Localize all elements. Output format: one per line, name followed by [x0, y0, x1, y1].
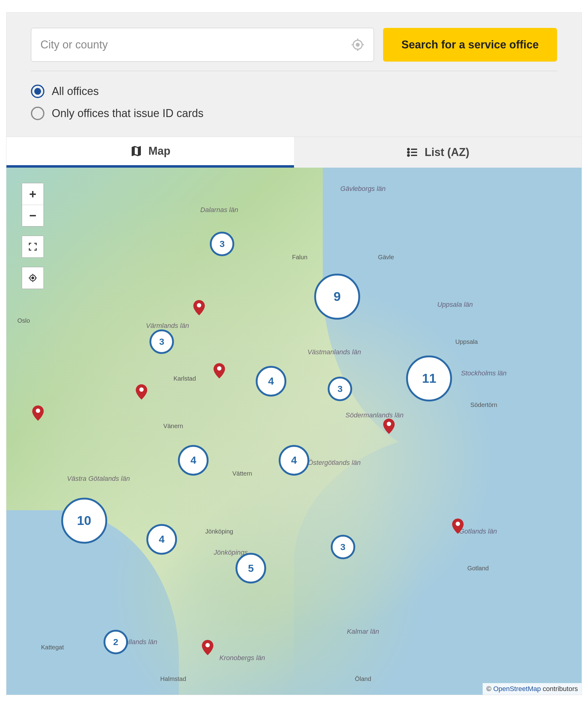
svg-point-24	[456, 522, 460, 526]
tab-map[interactable]: Map	[6, 137, 294, 168]
search-row: Search for a service office	[6, 13, 582, 71]
map-cluster[interactable]: 3	[149, 329, 174, 354]
svg-point-1	[356, 43, 359, 46]
map-pin[interactable]	[383, 419, 395, 434]
filter-label: All offices	[52, 85, 99, 98]
search-button[interactable]: Search for a service office	[383, 28, 557, 62]
map-attribution: © OpenStreetMap contributors	[483, 683, 582, 695]
service-office-finder: Search for a service office All offices …	[6, 12, 582, 695]
svg-point-6	[135, 147, 137, 149]
map-cluster[interactable]: 4	[178, 445, 209, 476]
svg-point-23	[387, 422, 391, 426]
map-cluster[interactable]: 11	[406, 356, 452, 401]
search-input[interactable]	[40, 38, 351, 51]
filter-all-offices[interactable]: All offices	[31, 80, 557, 102]
map-cluster[interactable]: 4	[256, 366, 286, 397]
list-icon	[406, 146, 419, 158]
map-canvas[interactable]: Gävleborgs länDalarnas länFalunGävleUpps…	[6, 168, 582, 695]
svg-point-10	[407, 148, 409, 150]
map-cluster[interactable]: 3	[328, 377, 352, 401]
fullscreen-button[interactable]	[22, 236, 43, 257]
svg-point-22	[36, 408, 40, 413]
radio-unchecked-icon	[31, 107, 44, 120]
svg-point-25	[206, 643, 210, 647]
map-cluster[interactable]: 5	[235, 553, 266, 583]
filter-label: Only offices that issue ID cards	[52, 107, 204, 120]
tab-label: List (AZ)	[425, 146, 469, 159]
tab-label: Map	[149, 145, 171, 158]
search-input-container	[31, 28, 374, 62]
zoom-out-button[interactable]: −	[22, 205, 43, 226]
tab-list[interactable]: List (AZ)	[294, 137, 582, 168]
svg-point-12	[407, 155, 409, 156]
map-cluster[interactable]: 3	[210, 232, 234, 256]
geolocate-button[interactable]	[22, 267, 43, 289]
map-cluster[interactable]: 4	[146, 524, 177, 555]
svg-point-21	[139, 387, 144, 392]
map-pin[interactable]	[202, 640, 213, 655]
svg-point-20	[217, 366, 222, 370]
osm-link[interactable]: OpenStreetMap	[493, 685, 541, 693]
divider	[31, 71, 557, 71]
svg-point-11	[407, 152, 409, 153]
map-cluster[interactable]: 3	[331, 535, 355, 559]
zoom-in-button[interactable]: +	[22, 183, 43, 205]
filter-group: All offices Only offices that issue ID c…	[6, 80, 582, 137]
map-cluster[interactable]: 4	[279, 445, 309, 476]
svg-point-19	[197, 303, 201, 307]
map-pin[interactable]	[193, 300, 205, 315]
map-pin[interactable]	[136, 384, 147, 400]
filter-id-card-offices[interactable]: Only offices that issue ID cards	[31, 102, 557, 124]
radio-checked-icon	[31, 85, 44, 98]
map-cluster[interactable]: 10	[61, 498, 107, 544]
map-cluster[interactable]: 9	[314, 274, 360, 320]
map-cluster[interactable]: 2	[104, 630, 128, 654]
map-pin[interactable]	[213, 363, 225, 379]
map-pin[interactable]	[452, 519, 464, 534]
map-controls: + −	[22, 183, 44, 289]
locate-icon[interactable]	[351, 38, 364, 52]
map-pin[interactable]	[32, 405, 44, 421]
view-tabs: Map List (AZ)	[6, 137, 582, 168]
svg-point-14	[32, 277, 34, 279]
map-icon	[130, 145, 142, 157]
zoom-controls: + −	[22, 183, 44, 226]
